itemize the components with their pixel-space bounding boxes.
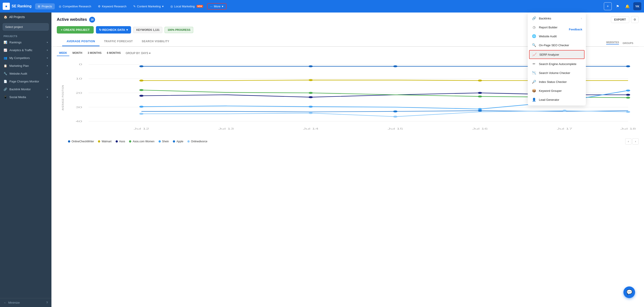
social-media-icon: 📱 <box>4 95 7 99</box>
search-autocomplete-icon: ✏ <box>532 62 536 66</box>
svg-text:Jul 13: Jul 13 <box>218 127 234 130</box>
sidebar-minimize[interactable]: ← Minimize ? <box>0 298 52 307</box>
flag-btn[interactable]: ⚑ <box>614 2 622 10</box>
nav-keyword-research[interactable]: ⚙ Keyword Research <box>95 3 129 9</box>
tab-traffic-forecast[interactable]: TRAFFIC FORECAST <box>100 37 137 46</box>
index-status-label: Index Status Checker <box>539 80 567 84</box>
social-chevron-icon: ▾ <box>47 96 48 98</box>
svg-point-19 <box>393 65 397 67</box>
dropdown-backlinks[interactable]: 🔗 Backlinks › <box>528 14 586 23</box>
svg-point-18 <box>308 65 313 67</box>
recheck-data-btn[interactable]: ↻ RECHECK DATA ▾ <box>96 26 131 33</box>
sidebar-project-select[interactable]: Select project <box>3 23 49 31</box>
flag-icon: ⚑ <box>616 4 619 8</box>
chat-button[interactable]: 💬 <box>624 287 635 298</box>
legend-asos-women[interactable]: Asos.com Women <box>129 140 154 143</box>
sidebar-item-page-changes[interactable]: 📄 Page Changes Monitor <box>0 77 52 85</box>
nav-more-btn[interactable]: ··· More ▾ <box>207 3 226 9</box>
sidebar-item-marketing-plan[interactable]: 📋 Marketing Plan ▾ <box>0 62 52 70</box>
brand-icon: ■ <box>3 3 10 10</box>
svg-point-38 <box>478 110 482 112</box>
sidebar-item-my-competitors[interactable]: 👥 My Competitors ▾ <box>0 54 52 62</box>
help-icon: ? <box>46 301 48 304</box>
groupby-chevron-icon: ▾ <box>149 52 150 55</box>
dropdown-lead-generator[interactable]: 👤 Lead Generator <box>528 95 586 104</box>
prev-page-btn[interactable]: ‹ <box>625 138 632 145</box>
tab-avg-position[interactable]: AVERAGE POSITION <box>62 37 100 46</box>
sidebar-item-social-media[interactable]: 📱 Social Media ▾ <box>0 93 52 101</box>
sidebar-item-analytics-traffic[interactable]: 📈 Analytics & Traffic ▾ <box>0 46 52 54</box>
user-avatar[interactable]: YK <box>633 2 641 10</box>
next-page-btn[interactable]: › <box>632 138 639 145</box>
backlinks-icon: 🔗 <box>532 16 536 20</box>
svg-text:10: 10 <box>76 77 82 80</box>
backlinks-label: Backlinks <box>539 17 551 20</box>
legend-asos[interactable]: Asos <box>116 140 125 143</box>
competitors-chevron-icon: ▾ <box>47 57 48 59</box>
y-axis-label: AVERAGE POSITION <box>62 85 64 110</box>
time-week-btn[interactable]: WEEK <box>57 50 69 56</box>
page-changes-icon: 📄 <box>4 80 7 83</box>
competitors-icon: 👥 <box>4 56 7 60</box>
dropdown-search-volume[interactable]: 📉 Search Volume Checker <box>528 68 586 77</box>
website-audit-icon: 🌐 <box>532 34 536 38</box>
local-icon: ◎ <box>170 5 173 8</box>
chart-legend: OnlineCheckWriter Walmart Asos Asos.com … <box>57 138 639 145</box>
notifications-btn[interactable]: 🔔 <box>624 2 632 10</box>
nav-content-marketing[interactable]: ✎ Content Marketing ▾ <box>130 3 166 9</box>
brand-logo[interactable]: ■ SE Ranking <box>3 3 32 10</box>
legend-apple[interactable]: Apple <box>173 140 183 143</box>
legend-shein[interactable]: Shein <box>158 140 169 143</box>
feedback-link[interactable]: Feedback <box>569 28 582 31</box>
add-project-btn[interactable]: + <box>604 2 612 10</box>
group-by-selector[interactable]: GROUP BY: DAYS ▾ <box>126 52 150 55</box>
svg-text:20: 20 <box>76 92 82 94</box>
dropdown-search-autocomplete[interactable]: ✏ Search Engine Autocomplete <box>528 59 586 68</box>
svg-text:0: 0 <box>79 63 82 66</box>
create-project-btn[interactable]: + CREATE PROJECT <box>57 26 94 33</box>
tab-websites[interactable]: WEBSITES <box>606 41 619 44</box>
backlinks-arrow-icon: › <box>581 17 582 20</box>
nav-competitive-research[interactable]: ◎ Competitive Research <box>56 3 94 9</box>
website-audit-label: Website Audit <box>539 35 556 38</box>
recheck-chevron-icon: ▾ <box>126 28 128 31</box>
legend-walmart[interactable]: Walmart <box>98 140 111 143</box>
more-chevron-icon: ▾ <box>222 5 224 8</box>
svg-text:Jul 16: Jul 16 <box>472 127 488 130</box>
nav-local-marketing[interactable]: ◎ Local Marketing NEW <box>168 3 206 9</box>
svg-point-37 <box>393 110 397 112</box>
time-3months-btn[interactable]: 3 MONTHS <box>86 50 104 56</box>
analytics-chevron-icon: ▾ <box>47 49 48 51</box>
dropdown-index-status[interactable]: 🔎 Index Status Checker <box>528 77 586 86</box>
dropdown-serp-analyzer[interactable]: 📈 SERP Analyzer <box>529 50 584 59</box>
content-chevron-icon: ▾ <box>162 5 164 8</box>
svg-text:30: 30 <box>76 106 82 109</box>
lead-generator-icon: 👤 <box>532 98 536 102</box>
time-6months-btn[interactable]: 6 MONTHS <box>105 50 123 56</box>
dropdown-keyword-grouper[interactable]: 📦 Keyword Grouper <box>528 86 586 95</box>
dropdown-website-audit[interactable]: 🌐 Website Audit <box>528 32 586 41</box>
rankings-chevron-icon: ▾ <box>47 41 48 43</box>
on-page-seo-label: On-Page SEO Checker <box>539 43 569 47</box>
legend-dot-onlinedivorce <box>188 140 190 143</box>
tab-groups[interactable]: GROUPS <box>622 42 633 44</box>
svg-text:40: 40 <box>76 120 82 123</box>
time-month-btn[interactable]: MONTH <box>70 50 84 56</box>
sidebar-item-backlink-monitor[interactable]: 🔗 Backlink Monitor ▾ <box>0 85 52 93</box>
tab-search-visibility[interactable]: SEARCH VISIBILITY <box>137 37 174 46</box>
nav-projects[interactable]: ⊞ Projects <box>35 3 55 9</box>
more-dots-icon: ··· <box>210 5 213 8</box>
sidebar-item-rankings[interactable]: 📊 Rankings ▾ <box>0 38 52 46</box>
legend-onlinecheckwriter[interactable]: OnlineCheckWriter <box>68 140 94 143</box>
svg-point-30 <box>308 92 313 94</box>
bell-icon: 🔔 <box>625 4 630 8</box>
sidebar-item-website-audit[interactable]: 🔧 Website Audit ▾ <box>0 70 52 77</box>
sidebar-all-projects[interactable]: 🏠 All Projects <box>0 12 52 21</box>
settings-button[interactable]: ⚙ <box>631 16 639 23</box>
svg-point-42 <box>562 110 567 112</box>
legend-dot-asos-women <box>129 140 131 143</box>
keyword-grouper-icon: 📦 <box>532 89 536 93</box>
dropdown-on-page-seo[interactable]: 🔍 On-Page SEO Checker <box>528 41 586 50</box>
legend-onlinedivorce[interactable]: Onlinedivorce <box>188 140 207 143</box>
export-button[interactable]: EXPORT <box>611 16 629 23</box>
